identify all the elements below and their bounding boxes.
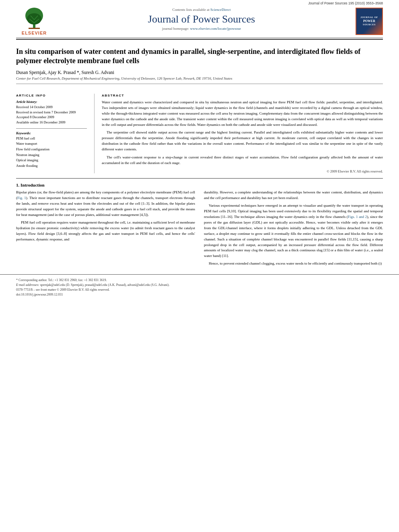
journal-logo-box: JOURNAL OF POWER SOURCES (351, 8, 383, 35)
elsevier-logo: ELSEVIER (16, 8, 52, 35)
intro-right-para-1: durability. However, a complete understa… (204, 190, 383, 201)
keyword-3: Neutron imaging (16, 152, 87, 158)
elsevier-label-text: ELSEVIER (22, 31, 47, 35)
abstract-para-1: Water content and dynamics were characte… (102, 100, 383, 128)
section-title: Introduction (21, 183, 45, 187)
email-label: E-mail addresses: (16, 283, 39, 287)
footer-notes: * Corresponding author. Tel.: +1 302 831… (0, 274, 399, 297)
sciencedirect-line: Contents lists available at ScienceDirec… (60, 8, 343, 12)
journal-header: ELSEVIER Contents lists available at Sci… (0, 5, 399, 35)
abstract-para-3: The cell's water-content response to a s… (102, 155, 383, 166)
keyword-2: Flow field configuration (16, 147, 87, 152)
logo-line3: SOURCES (363, 23, 376, 27)
corresponding-note: * Corresponding author. Tel.: +1 302 831… (16, 278, 383, 283)
abstract-column: ABSTRACT Water content and dynamics were… (95, 94, 383, 173)
body-divider (16, 178, 383, 179)
affiliation: Center for Fuel Cell Research, Departmen… (16, 76, 383, 80)
email-note: E-mail addresses: spernjak@udel.edu (D. … (16, 283, 383, 288)
keyword-4: Optical imaging (16, 158, 87, 163)
section-number: 1. (16, 183, 19, 187)
keyword-1: Water transport (16, 141, 87, 147)
keyword-0: PEM fuel cell (16, 136, 87, 142)
body-right-text: durability. However, a complete understa… (204, 190, 383, 267)
journal-title-main: Journal of Power Sources (60, 13, 343, 25)
citation-text: Journal of Power Sources 195 (2010) 3553… (308, 1, 383, 5)
history-label: Article history: (16, 100, 87, 104)
received-date: Received 14 October 2009 (16, 105, 87, 110)
body-right-col: durability. However, a complete understa… (204, 190, 383, 269)
article-info-label: ARTICLE INFO (16, 94, 87, 97)
logo-line1: JOURNAL OF (360, 16, 378, 19)
sciencedirect-link[interactable]: ScienceDirect (210, 8, 230, 12)
contents-text: Contents lists available at (173, 8, 210, 12)
abstract-label: ABSTRACT (102, 94, 383, 97)
revised-date: Received in revised form 7 December 2009 (16, 110, 87, 115)
article-info-column: ARTICLE INFO Article history: Received 1… (16, 94, 95, 173)
intro-left-para-1: Bipolar plates (or, the flow-field plate… (16, 190, 195, 218)
article-history-group: Article history: Received 14 October 200… (16, 100, 87, 125)
body-two-column: Bipolar plates (or, the flow-field plate… (16, 190, 383, 269)
body-left-col: Bipolar plates (or, the flow-field plate… (16, 190, 195, 269)
logo-line2: POWER (363, 19, 375, 23)
intro-right-para-2: Various experimental techniques have eme… (204, 203, 383, 259)
article-title: In situ comparison of water content and … (16, 47, 383, 66)
homepage-url[interactable]: www.elsevier.com/locate/jpowsour (190, 27, 241, 31)
main-body: 1. Introduction Bipolar plates (or, the … (0, 173, 399, 269)
author-names: Dusan Spernjak, Ajay K. Prasad *, Suresh… (16, 70, 114, 75)
keyword-5: Anode flooding (16, 163, 87, 169)
article-title-section: In situ comparison of water content and … (0, 40, 399, 90)
keywords-label: Keywords: (16, 131, 87, 135)
info-divider (16, 128, 87, 129)
title-divider (16, 84, 383, 84)
abstract-text: Water content and dynamics were characte… (102, 100, 383, 166)
intro-right-para-3: Hence, to prevent extended channel clogg… (204, 261, 383, 267)
fig1-link[interactable]: Fig. 1 (17, 196, 26, 200)
elsevier-tree-icon (21, 8, 48, 30)
citation-line: Journal of Power Sources 195 (2010) 3553… (0, 0, 399, 5)
copyright-line: © 2009 Elsevier B.V. All rights reserved… (102, 169, 383, 173)
intro-left-para-2: PEM fuel cell operation requires water m… (16, 220, 195, 242)
figs12-link[interactable]: Figs. 1 and 2 (348, 215, 367, 219)
authors: Dusan Spernjak, Ajay K. Prasad *, Suresh… (16, 70, 383, 75)
page-wrapper: Journal of Power Sources 195 (2010) 3553… (0, 0, 399, 297)
available-date: Available online 16 December 2009 (16, 120, 87, 125)
homepage-text: journal homepage: (162, 27, 189, 31)
keywords-group: Keywords: PEM fuel cell Water transport … (16, 131, 87, 169)
doi-line: doi:10.1016/j.jpowsour.2009.12.031 (16, 292, 383, 297)
article-info-abstract-section: ARTICLE INFO Article history: Received 1… (0, 90, 399, 173)
journal-logo-badge: JOURNAL OF POWER SOURCES (356, 8, 383, 35)
accepted-date: Accepted 8 December 2009 (16, 115, 87, 120)
header-top-divider (16, 38, 383, 38)
journal-center: Contents lists available at ScienceDirec… (52, 8, 351, 31)
svg-rect-1 (29, 28, 40, 29)
journal-homepage-line: journal homepage: www.elsevier.com/locat… (60, 27, 343, 31)
email-addresses: spernjak@udel.edu (D. Spernjak), prasad@… (40, 283, 170, 287)
issn-line: 0378-7753/$ – see front matter © 2009 El… (16, 288, 383, 292)
body-left-text: Bipolar plates (or, the flow-field plate… (16, 190, 195, 242)
introduction-heading: 1. Introduction (16, 183, 383, 187)
abstract-para-2: The serpentine cell showed stable output… (102, 130, 383, 152)
